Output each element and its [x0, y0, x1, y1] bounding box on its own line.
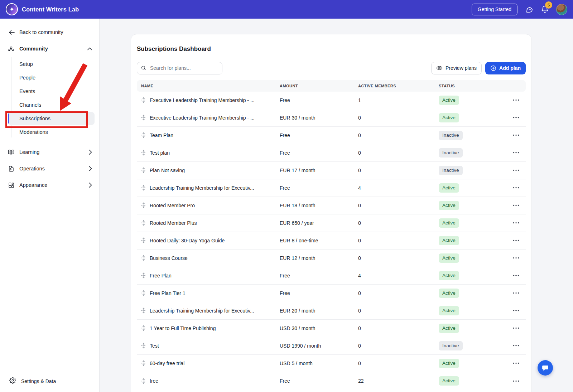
plan-active-members: 0 — [358, 132, 439, 138]
sidebar-item-events[interactable]: Events — [0, 84, 99, 98]
row-menu-button[interactable] — [511, 133, 521, 137]
plan-amount: USD 30 / month — [280, 325, 358, 331]
layout-blocks-icon — [7, 182, 15, 189]
search-icon — [141, 65, 146, 71]
status-badge: Active — [439, 306, 459, 315]
back-to-community-link[interactable]: Back to community — [0, 19, 99, 39]
table-row: Team PlanFree0Inactive — [137, 127, 526, 144]
plan-active-members: 0 — [358, 203, 439, 208]
plus-circle-icon — [490, 65, 496, 71]
plan-active-members: 0 — [358, 150, 439, 156]
sidebar-section-learning[interactable]: Learning — [0, 144, 99, 160]
row-menu-button[interactable] — [511, 326, 521, 330]
settings-and-data-link[interactable]: Settings & Data — [0, 370, 99, 392]
drag-handle-icon[interactable] — [141, 308, 146, 314]
sidebar-section-community[interactable]: Community — [0, 39, 99, 57]
row-menu-button[interactable] — [511, 168, 521, 173]
drag-handle-icon[interactable] — [141, 132, 146, 138]
subscriptions-card: Subscriptions Dashboard Preview plans Ad… — [131, 34, 532, 392]
row-menu-button[interactable] — [511, 98, 521, 102]
search-input[interactable] — [149, 65, 218, 71]
sidebar-item-setup[interactable]: Setup — [0, 57, 99, 71]
plan-name: Free Plan Tier 1 — [150, 290, 186, 296]
drag-handle-icon[interactable] — [141, 237, 146, 243]
sidebar-item-moderations[interactable]: Moderations — [0, 125, 99, 139]
column-active-members: ACTIVE MEMBERS — [358, 84, 439, 88]
status-badge: Active — [439, 359, 459, 368]
drag-handle-icon[interactable] — [141, 97, 146, 103]
plan-name: Team Plan — [150, 132, 173, 138]
sidebar-section-appearance[interactable]: Appearance — [0, 177, 99, 193]
row-menu-button[interactable] — [511, 379, 521, 383]
community-subnav: Setup People Events Channels Subscriptio… — [0, 57, 99, 140]
table-row: Free Plan Tier 1Free0Active — [137, 285, 526, 302]
plan-name: Test plan — [150, 150, 170, 156]
plan-active-members: 0 — [358, 343, 439, 349]
community-logo[interactable]: ✦ — [6, 3, 18, 15]
plan-name: Free Plan — [150, 273, 172, 279]
row-menu-button[interactable] — [511, 185, 521, 190]
page-title: Subscriptions Dashboard — [131, 38, 531, 53]
table-row: 60-day free trialUSD 5 / month0Active — [137, 355, 526, 372]
drag-handle-icon[interactable] — [141, 115, 146, 121]
plan-name: Business Course — [150, 255, 188, 261]
status-badge: Active — [439, 218, 459, 228]
preview-plans-button[interactable]: Preview plans — [431, 62, 482, 74]
drag-handle-icon[interactable] — [141, 360, 146, 366]
notifications-bell[interactable]: 5 — [540, 5, 549, 14]
plan-amount: USD 5 / month — [280, 360, 358, 366]
plans-search[interactable] — [137, 62, 222, 74]
drag-handle-icon[interactable] — [141, 150, 146, 156]
drag-handle-icon[interactable] — [141, 290, 146, 296]
status-badge: Active — [439, 113, 459, 122]
drag-handle-icon[interactable] — [141, 202, 146, 208]
sidebar-item-channels[interactable]: Channels — [0, 98, 99, 112]
row-menu-button[interactable] — [511, 361, 521, 366]
status-badge: Inactive — [439, 166, 463, 175]
drag-handle-icon[interactable] — [141, 220, 146, 226]
plan-amount: Free — [280, 185, 358, 191]
plan-active-members: 0 — [358, 308, 439, 314]
drag-handle-icon[interactable] — [141, 272, 146, 279]
notification-count-badge: 5 — [545, 1, 552, 9]
row-menu-button[interactable] — [511, 115, 521, 120]
row-menu-button[interactable] — [511, 150, 521, 155]
sidebar-item-subscriptions[interactable]: Subscriptions — [8, 112, 95, 125]
chevron-right-icon — [89, 166, 92, 171]
document-gear-icon — [7, 165, 15, 172]
table-row: 1 Year to Full Time PublishingUSD 30 / m… — [137, 320, 526, 337]
drag-handle-icon[interactable] — [141, 167, 146, 173]
row-menu-button[interactable] — [511, 343, 521, 348]
status-badge: Active — [439, 271, 459, 280]
row-menu-button[interactable] — [511, 291, 521, 295]
table-row: Rooted Member ProEUR 18 / month0Active — [137, 197, 526, 214]
row-menu-button[interactable] — [511, 308, 521, 313]
getting-started-button[interactable]: Getting Started — [472, 4, 517, 15]
drag-handle-icon[interactable] — [141, 185, 146, 191]
user-avatar[interactable] — [556, 4, 567, 15]
arrow-left-icon — [9, 30, 15, 35]
row-menu-button[interactable] — [511, 221, 521, 225]
status-badge: Active — [439, 236, 459, 245]
top-navigation-bar: ✦ Content Writers Lab Getting Started 5 — [0, 0, 573, 19]
drag-handle-icon[interactable] — [141, 325, 146, 331]
messages-icon[interactable] — [525, 5, 533, 14]
table-row: Leadership Training Membership for Execu… — [137, 179, 526, 197]
drag-handle-icon[interactable] — [141, 255, 146, 261]
plan-amount: EUR 18 / month — [280, 203, 358, 208]
row-menu-button[interactable] — [511, 238, 521, 243]
plan-active-members: 0 — [358, 220, 439, 226]
row-menu-button[interactable] — [511, 203, 521, 208]
drag-handle-icon[interactable] — [141, 378, 146, 384]
row-menu-button[interactable] — [511, 256, 521, 260]
sidebar-section-operations[interactable]: Operations — [0, 160, 99, 177]
add-plan-button[interactable]: Add plan — [485, 62, 526, 74]
sidebar-item-people[interactable]: People — [0, 71, 99, 84]
plan-active-members: 22 — [358, 378, 439, 384]
table-row: Rooted Member PlusEUR 650 / year0Active — [137, 214, 526, 232]
chat-launcher-button[interactable] — [538, 360, 553, 376]
row-menu-button[interactable] — [511, 273, 521, 278]
drag-handle-icon[interactable] — [141, 343, 146, 349]
plan-amount: EUR 17 / month — [280, 168, 358, 173]
plan-amount: EUR 8 / one-time — [280, 238, 358, 243]
